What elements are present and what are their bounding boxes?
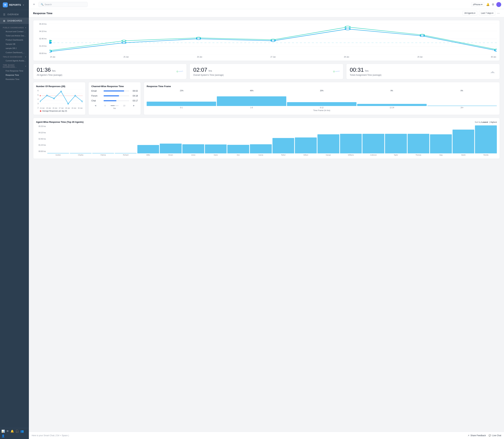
sidebar-item-overview[interactable]: ☰ OVERVIEW (0, 11, 29, 18)
num-resp-chart-area (40, 90, 83, 107)
stat-card-left-2: 02:07 hrs Overall System's Time (average… (193, 67, 224, 76)
dashboards-icon: ⊞ (3, 19, 6, 22)
sidebar-group-public-title[interactable]: PUBLIC DASHBOARDS ▾ (0, 25, 29, 29)
channel-bar-forum (104, 95, 119, 96)
scroll-left-arrow[interactable]: ◀ (91, 104, 100, 107)
all-agents-filter[interactable]: All Agents ▾ (463, 11, 477, 15)
nr-x-6: 29 Jan (72, 107, 76, 109)
agent-name-taylor: Taylor (385, 154, 407, 156)
sidebar-brand-arrow[interactable]: ▾ (23, 4, 24, 6)
channel-scroll-max: 10 (120, 105, 128, 107)
tf-labels-bottom: 0-1 1-6 6-12 12-24 24+ (147, 107, 497, 109)
agent-bar-jones (182, 144, 204, 153)
bell-nav-icon[interactable]: 🔔 (11, 429, 14, 433)
nr-x-1: 24 Jan (40, 107, 45, 109)
svg-point-17 (345, 28, 350, 30)
nr-x-7: 30 Jan (78, 107, 83, 109)
channel-bar-email (104, 90, 124, 91)
sidebar-item-dashboards[interactable]: ⊞ DASHBOARDS (0, 18, 29, 24)
agent-sort-highest[interactable]: | Highest (489, 121, 497, 123)
stat-unit-2: hrs (209, 69, 212, 72)
svg-point-38 (82, 101, 83, 102)
sidebar-item-current-agents[interactable]: Current Agents Availabili... (0, 59, 29, 63)
stat-value-3: 00:31 (350, 67, 364, 73)
person-nav-icon[interactable]: 👤 (1, 434, 5, 438)
user-avatar[interactable] (496, 2, 501, 7)
page-more-button[interactable]: ⋯ (497, 12, 500, 15)
sidebar-item-ticket[interactable]: Ticket and Article Dashb... (0, 34, 29, 38)
check-circle-icon (176, 69, 179, 74)
agent-bar-patricia (92, 153, 114, 153)
channel-scroll: ◀ 0 10 ▶ (91, 104, 138, 107)
agent-bar-taylor (385, 134, 407, 153)
y-label-1: 00:00 hrs (39, 52, 47, 54)
tf-bar-col-3 (357, 104, 427, 106)
add-tab-button[interactable]: + (32, 2, 36, 7)
top-nav-right: zPhone ▾ 🔔 ⚙ (471, 2, 501, 7)
sidebar-group-twilio-title[interactable]: TWILIO DASHBOARD ▾ (0, 55, 29, 59)
scroll-right-arrow[interactable]: ▶ (130, 104, 138, 107)
nr-y-2: 2 (38, 107, 38, 109)
date-filter[interactable]: Last 7 days ▾ (479, 11, 495, 15)
x-label-4: 27 Jan (270, 56, 276, 58)
agent-bar-wilson (295, 137, 317, 153)
tf-pct-1: 48% (217, 90, 287, 92)
agent-bar-gordon (47, 153, 69, 153)
sidebar-item-account[interactable]: Account and Contact Da... (0, 29, 29, 34)
overview-icon: ☰ (3, 13, 6, 16)
agent-sort-active[interactable]: Lowest (481, 121, 488, 123)
line-chart-section: 05:33 hrs 04:10 hrs 02:46 hrs 01:23 hrs … (33, 20, 500, 61)
eye-nav-icon[interactable]: 👁 (6, 430, 9, 433)
smart-chat-text[interactable]: Here is your Smart Chat ( Ctrl + Space ) (32, 434, 465, 437)
channel-scroll-min: 0 (101, 105, 109, 107)
num-resp-svg (40, 90, 83, 107)
agent-name-richard: Richard (115, 154, 137, 156)
nr-y-5: 5 (38, 94, 38, 96)
sidebar-nav-section: ☰ OVERVIEW ⊞ DASHBOARDS (0, 10, 29, 25)
sidebar-item-sample[interactable]: Sample DB (0, 42, 29, 46)
sidebar-group-timebased: TIME BASED DASHBOARD... ▾ First Response… (0, 63, 29, 81)
agent-bar-martin (453, 130, 474, 153)
content-area: 05:33 hrs 04:10 hrs 02:46 hrs 01:23 hrs … (29, 17, 504, 432)
sidebar-group-timebased-title[interactable]: TIME BASED DASHBOARD... ▾ (0, 63, 29, 69)
agent-bar-vijay (430, 134, 452, 153)
avg-legend-label: Average Responses per day (4) (42, 110, 67, 112)
channel-row-chat: Chat 03:17 (91, 99, 138, 102)
x-label-2: 25 Jan (124, 56, 129, 58)
channel-scroll-unit: hrs (91, 107, 138, 109)
agent-bar-davis (205, 145, 227, 153)
y-label-4: 04:10 hrs (39, 30, 47, 32)
sidebar-item-product[interactable]: Product Dashboards (0, 38, 29, 42)
agent-bar-anderson (362, 134, 384, 153)
tf-bar-0 (147, 102, 216, 106)
agent-name-rahul: Rahul (273, 154, 294, 156)
sidebar-item-sample2[interactable]: sample DB 2 (0, 46, 29, 50)
share-feedback-button[interactable]: ↗ Share Feedback (468, 434, 486, 437)
agent-names-row: Gordon Charles Patricia Richard Miller B… (47, 154, 497, 156)
sidebar-item-custom[interactable]: Custom Dashboard_June (0, 50, 29, 55)
svg-point-35 (61, 91, 62, 92)
nr-y-3: 3 (38, 103, 38, 105)
nr-x-2: 25 Jan (46, 107, 51, 109)
headset-nav-icon[interactable]: 🎧 (15, 429, 19, 433)
live-chat-button[interactable]: 💬 Live Chat (489, 434, 501, 437)
reports-nav-icon[interactable]: 📊 (1, 429, 5, 433)
channel-row-forum: Forum 04:18 (91, 95, 138, 97)
search-bar[interactable]: 🔍 Search (38, 2, 88, 7)
top-nav: + 🔍 Search zPhone ▾ 🔔 ⚙ (29, 0, 504, 9)
stat-value-1: 01:36 (37, 67, 51, 73)
sidebar-item-response-time[interactable]: Response Time (0, 73, 29, 77)
y-label-5: 05:33 hrs (39, 23, 47, 25)
notifications-icon[interactable]: 🔔 (486, 3, 490, 6)
search-icon: 🔍 (41, 3, 44, 6)
agent-name-williams: Williams (340, 154, 362, 156)
main-area: + 🔍 Search zPhone ▾ 🔔 ⚙ Response Time Al… (29, 0, 504, 439)
sidebar-item-resolution-time[interactable]: Resolution Time (0, 77, 29, 81)
zphone-button[interactable]: zPhone ▾ (471, 2, 484, 7)
tf-pct-4: 0% (427, 90, 497, 92)
sidebar-item-first-response[interactable]: First Response Time (0, 69, 29, 73)
aw-y-3: 02:46 hrs (38, 138, 46, 140)
y-label-2: 01:23 hrs (39, 45, 47, 47)
users-nav-icon[interactable]: 👥 (20, 429, 24, 433)
settings-icon[interactable]: ⚙ (492, 3, 494, 6)
